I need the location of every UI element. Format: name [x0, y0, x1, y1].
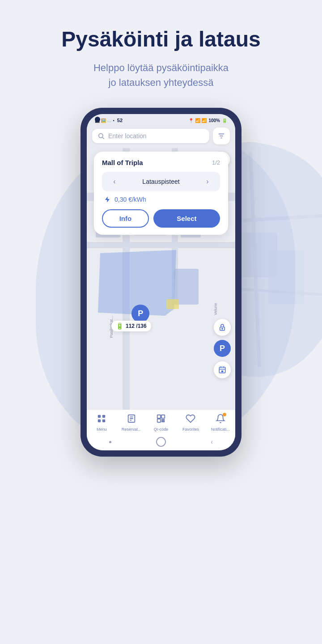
- svg-rect-4: [268, 250, 304, 304]
- capacity-icon: 🔋: [116, 322, 123, 330]
- status-icons: 📍 📶 📶 100% 🔋: [188, 118, 227, 123]
- p-button-label: P: [220, 344, 225, 353]
- filter-button[interactable]: [213, 127, 230, 144]
- calendar-icon: [218, 366, 226, 374]
- svg-rect-33: [102, 419, 105, 422]
- nav-label: Latauspisteet: [142, 178, 179, 185]
- home-arrow: ‹: [211, 438, 213, 445]
- filter-icon: [217, 132, 225, 140]
- search-input-wrap[interactable]: Enter location: [92, 129, 209, 143]
- nav-item-favorites[interactable]: Favorites: [176, 414, 205, 432]
- capacity-value: 112 /136: [126, 323, 147, 329]
- nav-label-qrcode: Qr-code: [154, 427, 169, 432]
- nav-label-favorites: Favorites: [182, 427, 199, 432]
- select-button[interactable]: Select: [153, 209, 220, 228]
- info-button[interactable]: Info: [102, 209, 149, 228]
- home-circle: [156, 437, 166, 447]
- card-actions: Info Select: [102, 209, 220, 228]
- phone-frame: 📷 🖼️ ☁️ • 52 📍 📶 📶 100% 🔋 Enter location: [80, 108, 242, 457]
- svg-rect-38: [157, 415, 161, 418]
- nav-prev-button[interactable]: ‹: [108, 175, 121, 188]
- parking-pin: P: [131, 305, 149, 322]
- favorites-icon: [186, 414, 195, 426]
- street-label-velure: Velurie: [213, 303, 218, 315]
- info-card-header: Mall of Tripla 1/2: [102, 159, 220, 166]
- page-subtitle: Helppo löytää pysäköintipaikka jo latauk…: [61, 60, 261, 90]
- lock-button[interactable]: [214, 319, 231, 336]
- lock-icon: [218, 323, 226, 331]
- info-card: Mall of Tripla 1/2 ‹ Latauspisteet ›: [94, 152, 228, 235]
- svg-rect-19: [166, 299, 179, 309]
- nav-label-notifications: Notificati...: [211, 427, 230, 432]
- svg-rect-44: [164, 421, 165, 422]
- svg-line-6: [102, 137, 104, 139]
- capacity-badge: 🔋 112 /136: [111, 321, 151, 331]
- svg-rect-43: [162, 421, 163, 422]
- search-icon: [97, 132, 105, 140]
- page-header: Pysäköinti ja lataus Helppo löytää pysäk…: [34, 0, 288, 99]
- price-row: 0,30 €/kWh: [102, 196, 220, 203]
- search-bar: Enter location: [87, 125, 235, 148]
- nav-item-menu[interactable]: Menu: [87, 414, 116, 432]
- lightning-icon: [104, 196, 111, 203]
- svg-marker-22: [105, 197, 110, 203]
- nav-label-menu: Menu: [97, 427, 107, 432]
- search-placeholder: Enter location: [108, 132, 147, 140]
- svg-rect-40: [157, 419, 161, 422]
- location-name: Mall of Tripla: [102, 159, 143, 166]
- svg-rect-32: [98, 419, 101, 422]
- menu-icon: [97, 414, 106, 426]
- nav-next-button[interactable]: ›: [201, 175, 214, 188]
- bottom-nav: Menu Reservat...: [87, 410, 235, 434]
- calendar-button[interactable]: [214, 361, 231, 378]
- svg-rect-41: [162, 419, 163, 420]
- nav-label-reservations: Reservat...: [122, 427, 141, 432]
- svg-point-5: [99, 134, 103, 138]
- svg-rect-31: [102, 415, 105, 418]
- nav-item-reservations[interactable]: Reservat...: [116, 414, 146, 432]
- nav-row: ‹ Latauspisteet ›: [102, 172, 220, 191]
- parking-pin-label: P: [138, 309, 143, 318]
- page-title: Pysäköinti ja lataus: [61, 27, 261, 51]
- qr-icon: [156, 414, 166, 426]
- phone-screen: 📷 🖼️ ☁️ • 52 📍 📶 📶 100% 🔋 Enter location: [87, 114, 235, 450]
- svg-rect-39: [161, 415, 165, 418]
- home-indicator: ‹: [87, 434, 235, 450]
- p-button[interactable]: P: [214, 340, 231, 357]
- phone-mockup: 📷 🖼️ ☁️ • 52 📍 📶 📶 100% 🔋 Enter location: [72, 108, 250, 475]
- card-counter: 1/2: [212, 159, 220, 166]
- notifications-icon: [216, 414, 225, 426]
- status-bar: 📷 🖼️ ☁️ • 52 📍 📶 📶 100% 🔋: [87, 114, 235, 125]
- nav-item-notifications[interactable]: Notificati...: [206, 414, 235, 432]
- svg-rect-30: [98, 415, 101, 418]
- price-text: 0,30 €/kWh: [114, 196, 146, 203]
- svg-rect-29: [221, 371, 224, 373]
- svg-rect-12: [87, 242, 235, 248]
- svg-point-24: [222, 328, 223, 329]
- svg-rect-42: [164, 419, 165, 420]
- map-area[interactable]: Mall of Tripla 1/2 ‹ Latauspisteet ›: [87, 148, 235, 410]
- reservations-icon: [127, 414, 136, 426]
- home-dash-left: [109, 441, 111, 443]
- camera-dot: [95, 117, 100, 122]
- nav-item-qrcode[interactable]: Qr-code: [146, 414, 176, 432]
